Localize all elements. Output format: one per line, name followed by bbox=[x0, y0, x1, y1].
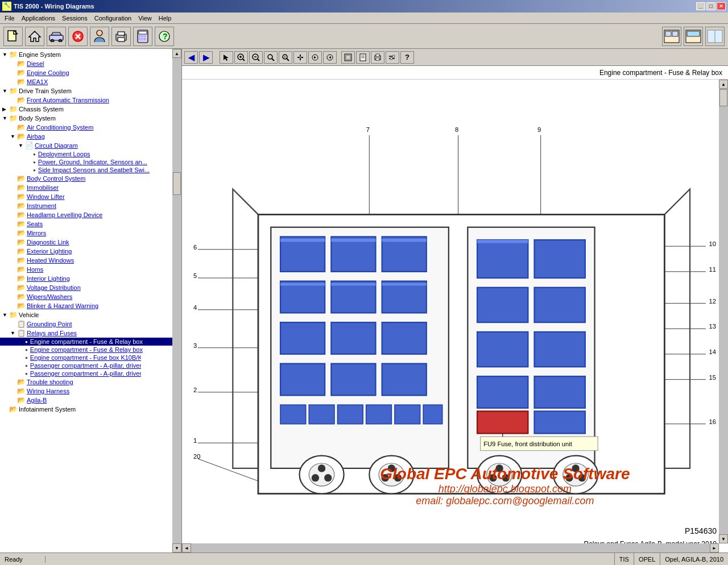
svg-rect-12 bbox=[118, 38, 125, 41]
tool-search2-btn[interactable]: A bbox=[279, 51, 292, 64]
tool-settings-btn[interactable] bbox=[386, 51, 399, 64]
tree-item-blinker[interactable]: 📂 Blinker & Hazard Warning bbox=[0, 301, 181, 310]
tree-item-side-impact[interactable]: ● Side Impact Sensors and Seatbelt Swi..… bbox=[0, 166, 181, 174]
scroll-up-btn[interactable]: ▲ bbox=[172, 49, 181, 58]
tool-zoom-out-btn[interactable] bbox=[249, 51, 263, 64]
toolbar-calc-btn[interactable] bbox=[133, 27, 152, 46]
minimize-button[interactable]: _ bbox=[696, 2, 705, 10]
menu-help[interactable]: Help bbox=[155, 14, 175, 23]
tree-item-horns[interactable]: 📂 Horns bbox=[0, 265, 181, 274]
left-panel-scrollbar[interactable]: ▲ ▼ bbox=[172, 49, 181, 552]
tree-item-interior-lighting[interactable]: 📂 Interior Lighting bbox=[0, 274, 181, 283]
toolbar-home-btn[interactable] bbox=[25, 27, 44, 46]
tree-item-engine-fuse-2[interactable]: ● Engine compartment - Fuse & Relay box bbox=[0, 346, 181, 354]
maximize-button[interactable]: □ bbox=[706, 2, 715, 10]
tool-pointer-btn[interactable] bbox=[220, 51, 233, 64]
tree-item-grounding[interactable]: 📋 Grounding Point bbox=[0, 319, 181, 329]
toolbar-help-btn[interactable]: ? bbox=[155, 27, 174, 46]
tool-forward-btn[interactable] bbox=[323, 51, 337, 64]
tree-item-airbag[interactable]: ▼ 📂 Airbag bbox=[0, 132, 181, 141]
tree-item-mirrors[interactable]: 📂 Mirrors bbox=[0, 229, 181, 238]
tree-item-engine-fusebox[interactable]: ● Engine compartment - Fuse box K10B/K..… bbox=[0, 354, 181, 362]
tree-item-exterior-lighting[interactable]: 📂 Exterior Lighting bbox=[0, 247, 181, 256]
expand-icon: ▶ bbox=[2, 106, 8, 112]
scroll-down-btn[interactable]: ▼ bbox=[719, 534, 728, 543]
folder-icon: 📂 bbox=[17, 220, 26, 228]
tree-item-agila-b[interactable]: 📂 Agila-B bbox=[0, 396, 181, 405]
tree-item-diag-link[interactable]: 📂 Diagnostic Link bbox=[0, 238, 181, 247]
tree-label: Exterior Lighting bbox=[27, 248, 72, 255]
tree-item-wiring-harness[interactable]: 📂 Wiring Harness bbox=[0, 387, 181, 396]
toolbar-new-btn[interactable] bbox=[3, 27, 23, 46]
tree-item-window-lifter[interactable]: 📂 Window Lifter bbox=[0, 192, 181, 201]
toolbar-view2-btn[interactable] bbox=[684, 27, 703, 46]
tree-item-drive-train[interactable]: ▼ 📁 Drive Train System bbox=[0, 86, 181, 95]
scroll-right-btn[interactable]: ► bbox=[710, 543, 719, 552]
scroll-thumb[interactable] bbox=[719, 89, 727, 106]
tree-item-deployment[interactable]: ● Deployment Loops bbox=[0, 150, 181, 158]
tree-item-body-system[interactable]: ▼ 📁 Body System bbox=[0, 114, 181, 123]
menu-applications[interactable]: Applications bbox=[18, 14, 59, 23]
tool-help-btn[interactable]: ? bbox=[400, 51, 414, 64]
svg-marker-32 bbox=[224, 55, 229, 61]
tree-item-engine-fuse-1[interactable]: ● Engine compartment - Fuse & Relay box bbox=[0, 338, 181, 346]
toolbar-person-btn[interactable] bbox=[90, 27, 109, 46]
tree-item-voltage-dist[interactable]: 📂 Voltage Distribution bbox=[0, 283, 181, 292]
nav-prev-btn[interactable]: ◀ bbox=[184, 51, 198, 64]
toolbar-view3-btn[interactable] bbox=[705, 27, 725, 46]
menu-configuration[interactable]: Configuration bbox=[91, 14, 135, 23]
tree-label: Power, Ground, Indicator, Sensors an... bbox=[38, 159, 147, 165]
svg-rect-26 bbox=[665, 31, 671, 36]
tool-pan-btn[interactable] bbox=[293, 51, 307, 64]
tree-item-seats[interactable]: 📂 Seats bbox=[0, 219, 181, 229]
tool-page-btn[interactable] bbox=[356, 51, 370, 64]
tree-item-engine-cooling[interactable]: 📂 Engine Cooling bbox=[0, 68, 181, 77]
tool-search-btn[interactable] bbox=[264, 51, 278, 64]
nav-next-btn[interactable]: ▶ bbox=[199, 51, 213, 64]
tree-item-mea1x[interactable]: 📂 MEA1X bbox=[0, 77, 181, 86]
tree-item-circuit-diagram[interactable]: ▼ 📄 Circuit Diagram bbox=[0, 141, 181, 150]
tree-item-immobiliser[interactable]: 📂 Immobiliser bbox=[0, 183, 181, 192]
tree-label: Front Automatic Transmission bbox=[27, 97, 109, 103]
close-button[interactable]: ✕ bbox=[717, 2, 726, 10]
tree-item-instrument[interactable]: 📂 Instrument bbox=[0, 201, 181, 210]
tree-item-infotainment[interactable]: 📂 Infotainment System bbox=[0, 405, 181, 414]
tree-item-body-control[interactable]: 📂 Body Control System bbox=[0, 174, 181, 183]
toolbar-car-btn[interactable] bbox=[47, 27, 66, 46]
tree-item-chassis[interactable]: ▶ 📁 Chassis System bbox=[0, 105, 181, 114]
tree-item-headlamp[interactable]: 📂 Headlamp Levelling Device bbox=[0, 210, 181, 219]
scroll-down-btn[interactable]: ▼ bbox=[172, 543, 181, 552]
scroll-thumb[interactable] bbox=[173, 172, 181, 195]
right-scrollbar[interactable]: ▲ ▼ bbox=[719, 80, 728, 543]
bottom-scrollbar[interactable]: ◄ ► bbox=[182, 543, 719, 552]
window-controls[interactable]: _ □ ✕ bbox=[696, 2, 726, 10]
tree-item-front-auto[interactable]: 📂 Front Automatic Transmission bbox=[0, 95, 181, 105]
tree-item-engine-system[interactable]: ▼ 📁 Engine System bbox=[0, 50, 181, 59]
tool-back-btn[interactable] bbox=[308, 51, 322, 64]
tree-item-relays-fuses[interactable]: ▼ 📋 Relays and Fuses bbox=[0, 329, 181, 338]
scroll-left-btn[interactable]: ◄ bbox=[182, 543, 191, 552]
toolbar-print-btn[interactable] bbox=[111, 27, 131, 46]
toolbar-view1-btn[interactable] bbox=[662, 27, 681, 46]
scroll-up-btn[interactable]: ▲ bbox=[719, 80, 728, 89]
menu-file[interactable]: File bbox=[1, 14, 18, 23]
svg-rect-119 bbox=[337, 405, 363, 423]
tree-item-passenger-1[interactable]: ● Passenger compartment - A-pillar, driv… bbox=[0, 362, 181, 369]
svg-point-152 bbox=[565, 474, 573, 481]
toolbar-stop-btn[interactable] bbox=[68, 27, 88, 46]
tree-label: Wipers/Washers bbox=[27, 293, 72, 300]
menu-view[interactable]: View bbox=[135, 14, 155, 23]
tree-item-diesel[interactable]: 📂 Diesel bbox=[0, 59, 181, 68]
menu-sessions[interactable]: Sessions bbox=[59, 14, 91, 23]
folder-icon: 📂 bbox=[17, 78, 26, 86]
tree-item-vehicle[interactable]: ▼ 📁 Vehicle bbox=[0, 310, 181, 319]
tree-item-air-cond[interactable]: 📂 Air Conditioning System bbox=[0, 123, 181, 132]
tree-item-heated-windows[interactable]: 📂 Heated Windows bbox=[0, 256, 181, 265]
tool-zoom-in-btn[interactable] bbox=[234, 51, 248, 64]
tree-item-trouble-shooting[interactable]: 📂 Trouble shooting bbox=[0, 377, 181, 387]
tree-item-passenger-2[interactable]: ● Passenger compartment - A-pillar, driv… bbox=[0, 369, 181, 377]
tree-item-wipers[interactable]: 📂 Wipers/Washers bbox=[0, 292, 181, 301]
tool-fit-btn[interactable] bbox=[341, 51, 355, 64]
tree-item-power-ground[interactable]: ● Power, Ground, Indicator, Sensors an..… bbox=[0, 158, 181, 166]
tool-print-btn[interactable] bbox=[371, 51, 384, 64]
